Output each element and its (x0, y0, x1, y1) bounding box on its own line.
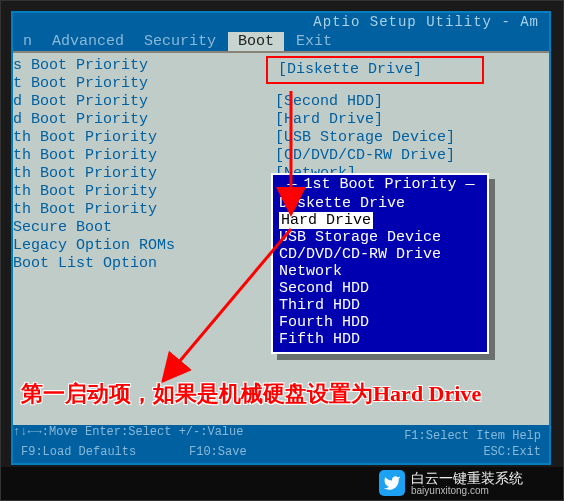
popup-item-second-hdd[interactable]: Second HDD (273, 280, 487, 297)
priority-row[interactable]: th Boot Priority (13, 129, 175, 147)
priority-row[interactable]: th Boot Priority (13, 165, 175, 183)
help-move: ↑↓←→:Move (13, 425, 78, 439)
menu-advanced[interactable]: Advanced (42, 32, 134, 51)
boot-value-list: [Diskette Drive] [Second HDD] [Hard Driv… (275, 75, 455, 183)
bios-body: s Boot Priority t Boot Priority d Boot P… (13, 53, 549, 442)
priority-row[interactable]: d Boot Priority (13, 93, 175, 111)
menu-main[interactable]: n (13, 32, 42, 51)
popup-item-fifth-hdd[interactable]: Fifth HDD (273, 331, 487, 348)
priority-row[interactable]: th Boot Priority (13, 183, 175, 201)
priority-row[interactable]: t Boot Priority (13, 75, 175, 93)
help-defaults: F9:Load Defaults (21, 445, 136, 459)
bottom-bar: 白云一键重装系统 baiyunxitong.com (1, 467, 563, 500)
popup-title: 1st Boot Priority (273, 176, 487, 195)
priority-row[interactable]: d Boot Priority (13, 111, 175, 129)
popup-item-third-hdd[interactable]: Third HDD (273, 297, 487, 314)
menu-security[interactable]: Security (134, 32, 226, 51)
priority-row[interactable]: th Boot Priority (13, 147, 175, 165)
legacy-roms-row[interactable]: Legacy Option ROMs (13, 237, 175, 255)
help-exit: ESC:Exit (483, 445, 541, 459)
priority-row[interactable]: th Boot Priority (13, 201, 175, 219)
popup-item-hard-drive[interactable]: Hard Drive (279, 212, 373, 229)
popup-item-fourth-hdd[interactable]: Fourth HDD (273, 314, 487, 331)
boot-priority-popup[interactable]: 1st Boot Priority Diskette Drive Hard Dr… (271, 173, 489, 354)
help-item: F1:Select Item Help (404, 429, 541, 443)
boot-priority-list: s Boot Priority t Boot Priority d Boot P… (13, 57, 175, 273)
popup-item-network[interactable]: Network (273, 263, 487, 280)
help-select: Enter:Select (85, 425, 171, 439)
bird-icon (379, 470, 405, 496)
popup-item-usb[interactable]: USB Storage Device (273, 229, 487, 246)
help-value: +/-:Value (179, 425, 244, 439)
bios-header: Aptio Setup Utility - Am (13, 13, 549, 31)
watermark: 白云一键重装系统 baiyunxitong.com (379, 470, 523, 496)
utility-title: Aptio Setup Utility - Am (313, 14, 539, 30)
value-hard-drive: [Hard Drive] (275, 111, 455, 129)
menu-bar[interactable]: n Advanced Security Boot Exit (13, 31, 549, 51)
value-usb: [USB Storage Device] (275, 129, 455, 147)
menu-boot[interactable]: Boot (228, 32, 284, 51)
popup-item-cddvd[interactable]: CD/DVD/CD-RW Drive (273, 246, 487, 263)
watermark-url: baiyunxitong.com (411, 485, 523, 496)
help-bar: F9:Load Defaults F10:Save F1:Select Item… (13, 443, 549, 463)
annotation-highlight-box: [Diskette Drive] (266, 56, 484, 84)
help-save: F10:Save (189, 445, 247, 459)
value-diskette-visible: [Diskette Drive] (278, 61, 422, 78)
priority-row[interactable]: s Boot Priority (13, 57, 175, 75)
boot-list-option-row[interactable]: Boot List Option (13, 255, 175, 273)
value-cddvd: [CD/DVD/CD-RW Drive] (275, 147, 455, 165)
secure-boot-row[interactable]: Secure Boot (13, 219, 175, 237)
popup-item-diskette[interactable]: Diskette Drive (273, 195, 487, 212)
menu-exit[interactable]: Exit (286, 32, 342, 51)
watermark-name: 白云一键重装系统 (411, 471, 523, 485)
value-second-hdd: [Second HDD] (275, 93, 455, 111)
